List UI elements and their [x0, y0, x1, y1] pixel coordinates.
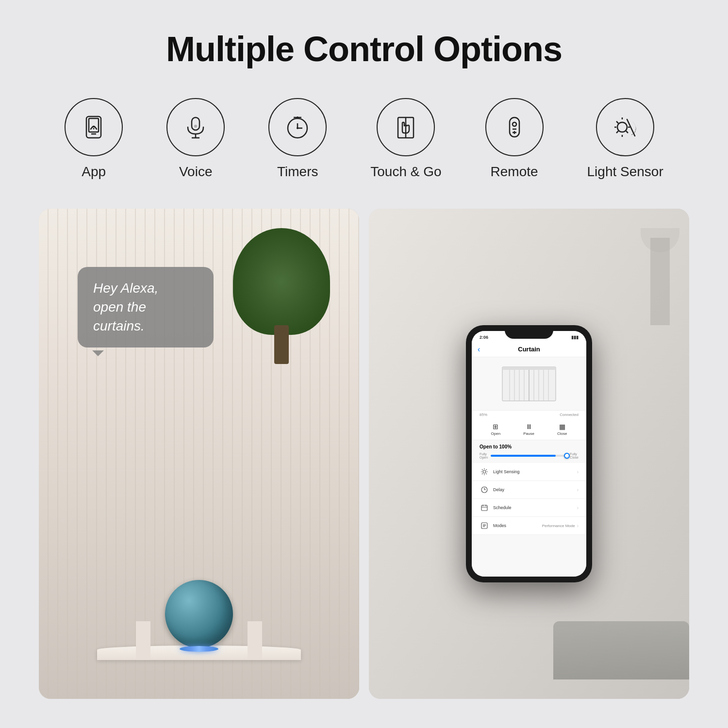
table-leg-right: [248, 621, 262, 660]
schedule-chevron: ›: [577, 505, 579, 511]
curtain-svg: [500, 364, 558, 403]
echo-device: [165, 580, 233, 648]
light-sensor-icon-circle: [596, 98, 654, 156]
icon-item-light-sensor: Light Sensor: [587, 98, 663, 180]
app-label: App: [82, 164, 106, 180]
slider-right-label: FullyClose: [570, 452, 579, 459]
app-icon: [79, 113, 108, 142]
open-icon: ⊞: [493, 423, 498, 430]
schedule-icon: [480, 503, 489, 513]
menu-item-modes[interactable]: Modes Performance Mode ›: [472, 517, 586, 535]
svg-line-47: [486, 474, 487, 475]
svg-point-3: [93, 128, 95, 130]
svg-line-26: [616, 121, 618, 123]
voice-icon-circle: [166, 98, 225, 156]
phone-panel: 2:06 ▮▮▮ ‹ Curtain: [369, 209, 689, 699]
modes-chevron: ›: [577, 523, 579, 529]
hand-phone: 2:06 ▮▮▮ ‹ Curtain: [466, 325, 592, 582]
modes-value: Performance Mode: [542, 524, 575, 528]
pause-icon: ⏸: [526, 423, 532, 430]
phone-mockup: 2:06 ▮▮▮ ‹ Curtain: [466, 325, 592, 582]
app-icon-circle: [65, 98, 123, 156]
pause-label: Pause: [523, 431, 534, 436]
phone-menu-items: Light Sensing ›: [472, 463, 586, 577]
icon-item-remote: Remote: [485, 98, 544, 180]
svg-line-49: [482, 474, 483, 475]
close-label: Close: [557, 431, 567, 436]
photos-row: Hey Alexa, open the curtains.: [39, 209, 689, 699]
voice-label: Voice: [179, 164, 213, 180]
phone-open-section: Open to 100% FullyOpen FullyClose: [472, 440, 586, 463]
delay-icon: [480, 485, 489, 495]
slider-track[interactable]: [491, 455, 567, 457]
svg-point-21: [617, 122, 627, 132]
phone-open-percent: 85%: [480, 413, 487, 417]
open-to-label: Open to 100%: [480, 444, 579, 449]
touch-go-icon: [391, 113, 420, 142]
page-wrapper: Multiple Control Options App: [0, 0, 728, 728]
icon-item-voice: Voice: [166, 98, 225, 180]
menu-item-delay[interactable]: Delay ›: [472, 481, 586, 499]
phone-screen-title: Curtain: [518, 346, 540, 353]
light-sensor-icon: [611, 113, 640, 142]
tree-decoration: [233, 228, 330, 364]
svg-rect-53: [481, 505, 487, 511]
page-title: Multiple Control Options: [166, 29, 562, 69]
schedule-text: Schedule: [493, 505, 577, 510]
light-sensing-chevron: ›: [577, 469, 579, 475]
menu-item-schedule[interactable]: Schedule ›: [472, 499, 586, 517]
timer-icon: [283, 113, 312, 142]
remote-icon: [500, 113, 529, 142]
icon-item-app: App: [65, 98, 123, 180]
phone-connected-status: Connected: [560, 413, 579, 417]
open-button[interactable]: ⊞ Open: [491, 423, 501, 436]
phone-screen: 2:06 ▮▮▮ ‹ Curtain: [472, 331, 586, 577]
light-sensing-text: Light Sensing: [493, 469, 577, 474]
svg-rect-4: [192, 117, 199, 130]
delay-chevron: ›: [577, 487, 579, 493]
close-icon: ▦: [559, 423, 565, 430]
slider-left-label: FullyOpen: [480, 452, 488, 459]
svg-point-7: [194, 125, 197, 128]
light-sensor-label: Light Sensor: [587, 164, 663, 180]
svg-rect-1: [89, 118, 99, 132]
phone-status-row: 85% Connected: [472, 411, 586, 419]
sofa: [553, 621, 689, 679]
tree-foliage: [233, 228, 330, 335]
svg-point-17: [513, 122, 516, 126]
tree-trunk: [274, 325, 289, 364]
modes-text: Modes: [493, 523, 542, 528]
icons-row: App Voice: [65, 98, 663, 180]
table-leg-left: [136, 621, 150, 660]
timers-label: Timers: [277, 164, 318, 180]
close-button[interactable]: ▦ Close: [557, 423, 567, 436]
svg-rect-31: [502, 367, 556, 370]
svg-point-13: [297, 127, 298, 129]
svg-line-48: [486, 469, 487, 470]
phone-battery: ▮▮▮: [571, 335, 579, 340]
pause-button[interactable]: ⏸ Pause: [523, 423, 534, 436]
touch-label: Touch & Go: [370, 164, 441, 180]
timers-icon-circle: [268, 98, 327, 156]
remote-label: Remote: [491, 164, 538, 180]
phone-notch: [505, 325, 553, 339]
svg-line-46: [482, 469, 483, 470]
slider-fill: [491, 455, 555, 457]
phone-time: 2:06: [480, 335, 488, 340]
light-sensing-icon: [480, 467, 489, 477]
touch-icon-circle: [377, 98, 435, 156]
mic-icon: [181, 113, 210, 142]
phone-controls: ⊞ Open ⏸ Pause ▦ Close: [472, 419, 586, 440]
remote-icon-circle: [485, 98, 544, 156]
echo-ring: [180, 646, 218, 652]
menu-item-light-sensing[interactable]: Light Sensing ›: [472, 463, 586, 481]
icon-item-timers: Timers: [268, 98, 327, 180]
open-label: Open: [491, 431, 501, 436]
slider-thumb: [564, 453, 570, 459]
speech-bubble: Hey Alexa, open the curtains.: [78, 267, 214, 347]
icon-item-touch: Touch & Go: [370, 98, 441, 180]
delay-text: Delay: [493, 487, 577, 492]
phone-back-button[interactable]: ‹: [478, 345, 480, 354]
svg-line-27: [626, 131, 628, 133]
svg-line-28: [616, 131, 618, 133]
